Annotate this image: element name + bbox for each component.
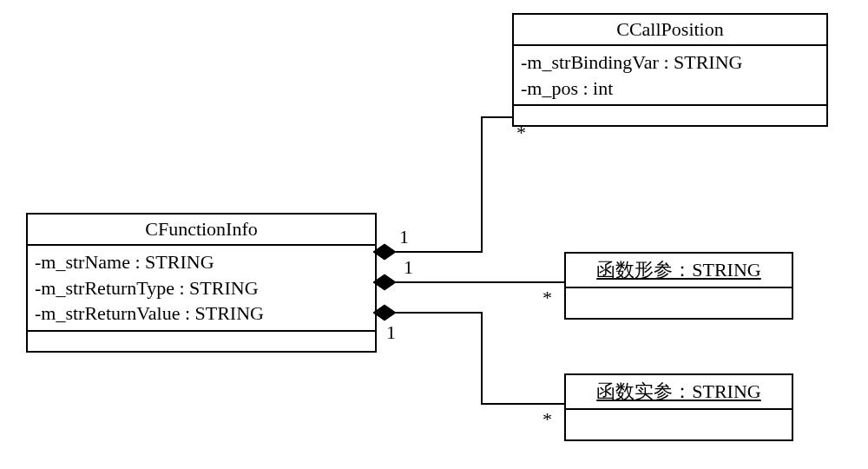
multiplicity-label: * (542, 287, 552, 309)
class-title-text: CFunctionInfo (145, 218, 258, 240)
object-title-text: 函数实参：STRING (596, 380, 760, 402)
attr-line: -m_strReturnValue : STRING (35, 301, 368, 327)
object-body-empty (566, 288, 792, 318)
class-title: CCallPosition (514, 15, 826, 46)
uml-canvas: { "classes": { "cFunctionInfo": { "name"… (0, 0, 868, 469)
class-ccallposition: CCallPosition -m_strBindingVar : STRING … (512, 13, 828, 127)
multiplicity-label: 1 (386, 321, 396, 344)
class-ops-empty (28, 332, 375, 351)
object-body-empty (566, 410, 792, 439)
object-title-text: 函数形参：STRING (596, 259, 760, 281)
object-arg: 函数实参：STRING (564, 373, 793, 441)
class-cfunctioninfo: CFunctionInfo -m_strName : STRING -m_str… (26, 213, 377, 353)
attr-line: -m_pos : int (521, 76, 819, 102)
attr-line: -m_strBindingVar : STRING (521, 50, 819, 76)
object-title: 函数实参：STRING (566, 375, 792, 410)
attr-line: -m_strReturnType : STRING (35, 275, 368, 301)
assoc-line-callposition (396, 117, 512, 252)
multiplicity-label: * (516, 122, 526, 144)
assoc-line-arg (396, 313, 564, 404)
class-title: CFunctionInfo (28, 215, 375, 246)
class-attrs: -m_strBindingVar : STRING -m_pos : int (514, 46, 826, 106)
object-title: 函数形参：STRING (566, 254, 792, 288)
class-ops-empty (514, 106, 826, 125)
class-attrs: -m_strName : STRING -m_strReturnType : S… (28, 246, 375, 332)
multiplicity-label: 1 (399, 226, 409, 248)
multiplicity-label: * (542, 408, 552, 431)
class-title-text: CCallPosition (616, 18, 723, 40)
object-param: 函数形参：STRING (564, 252, 793, 320)
multiplicity-label: 1 (404, 256, 413, 279)
attr-line: -m_strName : STRING (35, 249, 368, 275)
